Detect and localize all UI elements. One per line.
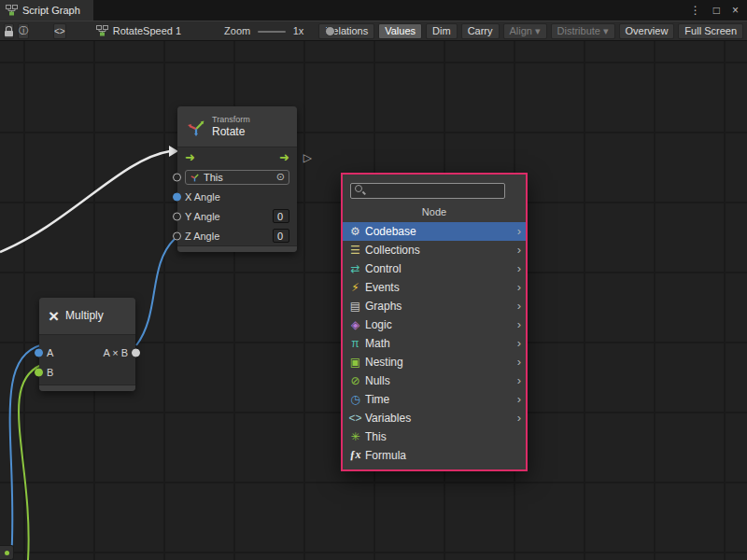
finder-item-time[interactable]: ◷ Time › (343, 390, 526, 409)
z-angle-label: Z Angle (185, 231, 219, 242)
finder-item-this[interactable]: ✳ This (343, 427, 526, 446)
finder-item-nesting[interactable]: ▣ Nesting › (343, 353, 526, 371)
node-title: Rotate (212, 125, 250, 138)
button-label: Dim (432, 25, 451, 36)
chevron-right-icon: › (517, 317, 521, 331)
menu-icon[interactable]: ⋮ (690, 4, 701, 17)
transform-gizmo-icon (187, 118, 205, 136)
logic-icon: ◈ (347, 318, 363, 331)
y-angle-value-field[interactable]: 0 (273, 209, 289, 223)
maximize-icon[interactable]: □ (713, 4, 720, 17)
script-graph-icon (6, 5, 18, 16)
finder-item-variables[interactable]: <> Variables › (343, 409, 526, 427)
chevron-right-icon: › (517, 392, 521, 406)
gear-icon: ⚙ (347, 225, 363, 238)
carry-button[interactable]: Carry (461, 23, 500, 39)
input-b-port[interactable] (35, 368, 43, 376)
finder-item-control[interactable]: ⇄ Control › (343, 259, 526, 278)
input-a-port[interactable] (35, 348, 43, 357)
z-angle-port[interactable] (173, 231, 181, 240)
overview-button[interactable]: Overview (619, 23, 675, 39)
window-controls: ⋮ □ × (690, 0, 747, 21)
y-angle-port[interactable] (173, 212, 181, 220)
finder-item-label: Formula (365, 449, 521, 462)
lock-icon (5, 26, 13, 36)
full-screen-button[interactable]: Full Screen (678, 23, 743, 39)
graph-canvas[interactable]: Transform Rotate ➜ ➜ ▷ This ⊙ X Angl (0, 41, 747, 560)
lock-button[interactable] (4, 23, 14, 39)
node-title: Multiply (65, 309, 104, 322)
dim-button[interactable]: Dim (426, 23, 458, 39)
this-port[interactable] (173, 173, 181, 181)
y-angle-row: Y Angle 0 (177, 206, 297, 226)
finder-item-codebase[interactable]: ⚙ Codebase › (343, 222, 526, 241)
x-angle-port[interactable] (173, 192, 181, 201)
chevron-right-icon: › (517, 243, 521, 257)
wire-multiply-to-xangle[interactable] (136, 239, 175, 345)
node-multiply[interactable]: × Multiply A A × B B (39, 298, 135, 391)
align-button[interactable]: Align ▾ (503, 23, 547, 39)
chevron-right-icon: › (517, 336, 521, 350)
lightning-icon: ⚡ (347, 281, 363, 294)
flow-out-triangle-icon: ▷ (303, 151, 312, 164)
finder-item-nulls[interactable]: ⊘ Nulls › (343, 371, 526, 390)
wire-flow-in[interactable] (0, 151, 170, 252)
code-view-button[interactable]: <> (53, 23, 66, 39)
code-icon: <> (54, 26, 65, 36)
info-button[interactable]: ⓘ (18, 23, 29, 39)
finder-item-label: This (365, 430, 521, 443)
distribute-button[interactable]: Distribute ▾ (551, 23, 615, 39)
finder-item-graphs[interactable]: ▤ Graphs › (343, 297, 526, 315)
this-object-field[interactable]: This ⊙ (185, 170, 289, 185)
finder-item-collections[interactable]: ☰ Collections › (343, 241, 526, 259)
chevron-right-icon: › (517, 355, 521, 369)
finder-item-label: Collections (365, 244, 517, 257)
node-header[interactable]: × Multiply (39, 298, 135, 335)
finder-item-label: Time (365, 393, 517, 406)
chevron-right-icon: › (517, 261, 521, 275)
finder-item-math[interactable]: π Math › (343, 334, 526, 353)
output-port[interactable] (132, 348, 140, 357)
tab-title: Script Graph (22, 5, 80, 16)
chevron-right-icon: › (517, 224, 521, 238)
finder-item-formula[interactable]: ƒx Formula (343, 446, 526, 465)
chevron-right-icon: › (517, 411, 521, 425)
zoom-slider[interactable] (258, 23, 286, 39)
variables-icon: <> (347, 412, 363, 425)
node-category: Transform (212, 115, 250, 125)
finder-item-label: Nesting (365, 356, 517, 369)
graph-name: RotateSpeed 1 (113, 25, 181, 36)
clock-icon: ◷ (347, 393, 363, 406)
object-picker-icon[interactable]: ⊙ (276, 172, 285, 182)
values-button[interactable]: Values (378, 23, 422, 39)
node-search-input[interactable] (350, 183, 505, 199)
zoom-label: Zoom (224, 25, 250, 36)
button-label: Distribute (557, 25, 600, 36)
finder-item-label: Logic (365, 318, 517, 331)
flow-in-arrow-icon[interactable]: ➜ (185, 151, 195, 163)
wire-into-b[interactable] (19, 365, 41, 560)
x-angle-label: X Angle (185, 191, 220, 203)
wire-into-a[interactable] (10, 345, 40, 560)
this-icon: ✳ (347, 430, 363, 443)
finder-item-label: Events (365, 281, 517, 294)
flow-out-arrow-icon[interactable]: ➜ (279, 151, 289, 163)
node-header[interactable]: Transform Rotate (177, 106, 297, 147)
button-label: Overview (626, 25, 669, 36)
tab-script-graph[interactable]: Script Graph (0, 0, 93, 21)
finder-item-logic[interactable]: ◈ Logic › (343, 315, 526, 334)
nesting-icon: ▣ (347, 356, 363, 369)
close-icon[interactable]: × (732, 4, 739, 17)
input-a-row: A A × B (39, 343, 135, 362)
button-label: Values (385, 25, 416, 36)
finder-item-events[interactable]: ⚡ Events › (343, 278, 526, 297)
z-angle-value-field[interactable]: 0 (273, 229, 289, 243)
zoom-slider-handle[interactable] (325, 26, 335, 36)
list-icon: ☰ (347, 244, 363, 257)
node-transform-rotate[interactable]: Transform Rotate ➜ ➜ ▷ This ⊙ X Angl (177, 106, 297, 252)
graph-reference[interactable]: RotateSpeed 1 (96, 25, 181, 36)
offscreen-node[interactable] (0, 545, 14, 560)
zoom-slider-track (258, 31, 286, 33)
node-search-menu: Node ⚙ Codebase › ☰ Collections › ⇄ Cont… (341, 173, 528, 471)
search-field-wrap (350, 181, 505, 199)
